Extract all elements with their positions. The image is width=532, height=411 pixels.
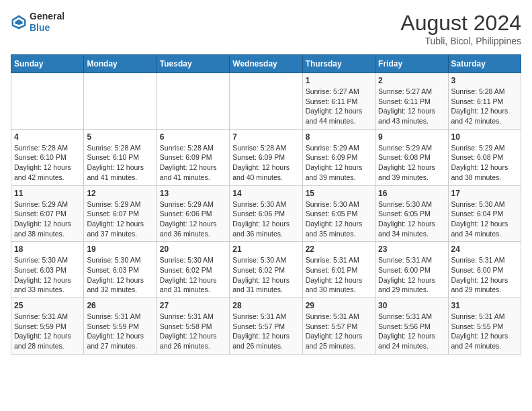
logo-line2: Blue [30,22,64,34]
table-row [11,73,84,130]
day-sunset: Sunset: 6:02 PM [232,266,285,274]
col-sunday: Sunday [11,55,84,73]
day-daylight: Daylight: 12 hours and 39 minutes. [378,163,435,181]
calendar-week-row: 18 Sunrise: 5:30 AM Sunset: 6:03 PM Dayl… [11,242,521,298]
day-number: 4 [14,132,81,142]
day-daylight: Daylight: 12 hours and 31 minutes. [232,276,290,294]
day-sunset: Sunset: 6:06 PM [160,210,212,218]
day-number: 20 [160,244,226,254]
day-number: 28 [232,301,299,310]
day-sunset: Sunset: 6:03 PM [14,266,66,274]
table-row: 11 Sunrise: 5:29 AM Sunset: 6:07 PM Dayl… [11,185,84,242]
day-number: 26 [87,301,153,310]
day-daylight: Daylight: 12 hours and 32 minutes. [87,276,144,294]
day-daylight: Daylight: 12 hours and 40 minutes. [232,163,290,181]
day-sunrise: Sunrise: 5:29 AM [160,200,214,208]
day-sunset: Sunset: 6:09 PM [306,153,358,161]
day-sunset: Sunset: 6:03 PM [87,266,139,274]
table-row: 25 Sunrise: 5:31 AM Sunset: 5:59 PM Dayl… [11,298,84,355]
table-row [157,73,229,130]
day-sunrise: Sunrise: 5:31 AM [306,256,359,264]
day-daylight: Daylight: 12 hours and 42 minutes. [14,163,71,181]
calendar-week-row: 11 Sunrise: 5:29 AM Sunset: 6:07 PM Dayl… [11,185,521,242]
day-number: 24 [451,244,518,254]
day-number: 5 [87,132,153,142]
day-number: 8 [306,132,372,142]
day-daylight: Daylight: 12 hours and 43 minutes. [378,107,435,125]
table-row: 28 Sunrise: 5:31 AM Sunset: 5:57 PM Dayl… [230,298,302,355]
day-daylight: Daylight: 12 hours and 42 minutes. [451,107,508,125]
day-daylight: Daylight: 12 hours and 25 minutes. [306,332,363,350]
calendar-header-row: Sunday Monday Tuesday Wednesday Thursday… [11,55,521,73]
table-row: 27 Sunrise: 5:31 AM Sunset: 5:58 PM Dayl… [157,298,229,355]
day-sunset: Sunset: 6:09 PM [232,153,285,161]
day-sunset: Sunset: 6:06 PM [232,210,285,218]
day-daylight: Daylight: 12 hours and 27 minutes. [87,332,144,350]
table-row [230,73,302,130]
table-row: 4 Sunrise: 5:28 AM Sunset: 6:10 PM Dayli… [11,129,84,185]
page-title: August 2024 [400,11,521,36]
day-sunrise: Sunrise: 5:31 AM [451,312,505,320]
day-sunset: Sunset: 5:59 PM [14,322,66,330]
day-number: 19 [87,244,153,254]
table-row: 5 Sunrise: 5:28 AM Sunset: 6:10 PM Dayli… [84,129,157,185]
day-number: 22 [306,244,372,254]
logo-line1: General [30,11,64,22]
table-row: 21 Sunrise: 5:30 AM Sunset: 6:02 PM Dayl… [230,242,302,298]
table-row: 19 Sunrise: 5:30 AM Sunset: 6:03 PM Dayl… [84,242,157,298]
day-daylight: Daylight: 12 hours and 34 minutes. [378,220,435,238]
table-row: 23 Sunrise: 5:31 AM Sunset: 6:00 PM Dayl… [375,242,448,298]
day-daylight: Daylight: 12 hours and 44 minutes. [306,107,363,125]
calendar-table: Sunday Monday Tuesday Wednesday Thursday… [11,54,521,355]
day-daylight: Daylight: 12 hours and 24 minutes. [451,332,508,350]
day-sunrise: Sunrise: 5:30 AM [232,200,286,208]
day-number: 6 [160,132,226,142]
day-sunset: Sunset: 5:57 PM [232,322,285,330]
day-daylight: Daylight: 12 hours and 35 minutes. [306,220,363,238]
table-row: 24 Sunrise: 5:31 AM Sunset: 6:00 PM Dayl… [448,242,521,298]
table-row: 12 Sunrise: 5:29 AM Sunset: 6:07 PM Dayl… [84,185,157,242]
day-daylight: Daylight: 12 hours and 37 minutes. [87,220,144,238]
day-number: 21 [232,244,299,254]
day-sunrise: Sunrise: 5:30 AM [14,256,68,264]
day-sunrise: Sunrise: 5:28 AM [160,144,214,152]
day-number: 7 [232,132,299,142]
day-number: 12 [87,189,153,198]
day-daylight: Daylight: 12 hours and 41 minutes. [160,163,217,181]
table-row: 7 Sunrise: 5:28 AM Sunset: 6:09 PM Dayli… [230,129,302,185]
day-sunrise: Sunrise: 5:31 AM [378,256,432,264]
day-sunrise: Sunrise: 5:31 AM [306,312,359,320]
calendar-week-row: 4 Sunrise: 5:28 AM Sunset: 6:10 PM Dayli… [11,129,521,185]
day-sunrise: Sunrise: 5:29 AM [378,144,432,152]
day-number: 1 [306,76,372,85]
table-row: 6 Sunrise: 5:28 AM Sunset: 6:09 PM Dayli… [157,129,229,185]
day-daylight: Daylight: 12 hours and 39 minutes. [306,163,363,181]
day-sunrise: Sunrise: 5:31 AM [14,312,68,320]
day-sunset: Sunset: 6:00 PM [378,266,431,274]
table-row: 10 Sunrise: 5:29 AM Sunset: 6:08 PM Dayl… [448,129,521,185]
day-sunset: Sunset: 6:08 PM [378,153,431,161]
day-sunset: Sunset: 6:11 PM [378,97,431,105]
day-number: 10 [451,132,518,142]
table-row: 15 Sunrise: 5:30 AM Sunset: 6:05 PM Dayl… [302,185,375,242]
day-sunrise: Sunrise: 5:28 AM [87,144,140,152]
day-sunrise: Sunrise: 5:31 AM [232,312,286,320]
table-row: 17 Sunrise: 5:30 AM Sunset: 6:04 PM Dayl… [448,185,521,242]
day-sunrise: Sunrise: 5:30 AM [232,256,286,264]
table-row: 29 Sunrise: 5:31 AM Sunset: 5:57 PM Dayl… [302,298,375,355]
day-number: 15 [306,189,372,198]
day-daylight: Daylight: 12 hours and 38 minutes. [14,220,71,238]
day-daylight: Daylight: 12 hours and 24 minutes. [378,332,435,350]
day-number: 14 [232,189,299,198]
table-row: 30 Sunrise: 5:31 AM Sunset: 5:56 PM Dayl… [375,298,448,355]
table-row: 8 Sunrise: 5:29 AM Sunset: 6:09 PM Dayli… [302,129,375,185]
day-number: 29 [306,301,372,310]
table-row: 3 Sunrise: 5:28 AM Sunset: 6:11 PM Dayli… [448,73,521,130]
day-number: 2 [378,76,445,85]
day-sunset: Sunset: 6:11 PM [451,97,504,105]
table-row: 18 Sunrise: 5:30 AM Sunset: 6:03 PM Dayl… [11,242,84,298]
logo-icon [11,14,27,30]
day-sunset: Sunset: 6:00 PM [451,266,504,274]
day-sunset: Sunset: 5:59 PM [87,322,139,330]
table-row: 13 Sunrise: 5:29 AM Sunset: 6:06 PM Dayl… [157,185,229,242]
